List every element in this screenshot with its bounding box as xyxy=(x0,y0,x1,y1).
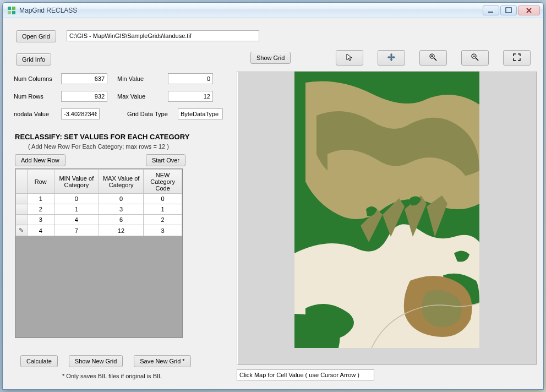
table-header-max: MAX Value of Category xyxy=(99,170,143,194)
app-icon xyxy=(7,6,16,15)
grid-data-type-label: Grid Data Type xyxy=(127,111,178,117)
edit-row-icon: ✎ xyxy=(16,225,28,236)
cell-code[interactable]: 0 xyxy=(144,194,182,204)
grid-data-type-field[interactable] xyxy=(178,108,223,119)
svg-rect-0 xyxy=(8,7,11,10)
nodata-field[interactable] xyxy=(61,108,100,119)
table-row[interactable]: 1 0 0 0 xyxy=(16,194,182,204)
table-header-row: Row xyxy=(27,170,54,194)
reclassify-heading: RECLASSIFY: SET VALUES FOR EACH CATEGORY xyxy=(15,133,224,141)
grid-info-button[interactable]: Grid Info xyxy=(16,53,51,66)
nodata-label: nodata Value xyxy=(14,111,61,117)
show-new-grid-button[interactable]: Show New Grid xyxy=(69,355,123,367)
svg-rect-5 xyxy=(506,8,511,13)
map-caption-field[interactable] xyxy=(237,369,374,380)
min-value-field[interactable] xyxy=(168,73,213,84)
table-header-min: MIN Value of Category xyxy=(54,170,99,194)
map-viewport[interactable] xyxy=(237,71,537,365)
cell-min[interactable]: 7 xyxy=(54,225,99,236)
row-header-icon xyxy=(16,204,28,215)
svg-rect-1 xyxy=(12,7,15,10)
show-grid-button[interactable]: Show Grid xyxy=(250,52,291,64)
svg-rect-2 xyxy=(8,11,11,14)
cursor-tool-button[interactable] xyxy=(336,50,363,66)
cell-min[interactable]: 1 xyxy=(54,204,99,215)
open-grid-button[interactable]: Open Grid xyxy=(16,30,56,42)
max-value-label: Max Value xyxy=(117,93,168,100)
maximize-button[interactable] xyxy=(500,6,517,15)
cell-max[interactable]: 0 xyxy=(99,194,143,204)
cell-max[interactable]: 6 xyxy=(99,215,143,225)
zoom-out-tool-button[interactable] xyxy=(461,50,489,66)
cell-row[interactable]: 2 xyxy=(27,204,54,215)
window-controls xyxy=(483,6,540,15)
zoom-out-icon xyxy=(471,53,479,63)
cell-row[interactable]: 4 xyxy=(27,225,54,236)
reclassify-subheading: ( Add New Row For Each Category; max row… xyxy=(15,143,224,150)
num-columns-field[interactable] xyxy=(61,73,107,84)
cell-code[interactable]: 2 xyxy=(144,215,182,225)
pan-tool-button[interactable] xyxy=(378,50,405,66)
client-area: Open Grid Grid Info Num Columns Min Valu… xyxy=(3,18,543,389)
save-footnote: * Only saves BIL files if original is BI… xyxy=(62,373,162,379)
bottom-button-row: Calculate Show New Grid Save New Grid * xyxy=(20,355,191,367)
table-header-blank xyxy=(16,170,28,194)
cell-code[interactable]: 1 xyxy=(144,204,182,215)
pan-icon xyxy=(387,53,396,63)
row-header-icon xyxy=(16,215,28,225)
full-extent-tool-button[interactable] xyxy=(503,50,531,66)
min-value-label: Min Value xyxy=(117,75,168,82)
cell-code[interactable]: 3 xyxy=(144,225,182,236)
save-new-grid-button[interactable]: Save New Grid * xyxy=(134,355,190,367)
table-row[interactable]: 2 1 3 1 xyxy=(16,204,182,215)
cell-row[interactable]: 3 xyxy=(27,215,54,225)
row-header-icon xyxy=(16,194,28,204)
start-over-button[interactable]: Start Over xyxy=(146,154,185,166)
grid-path-field[interactable] xyxy=(67,30,259,41)
titlebar: MapGrid RECLASS xyxy=(3,3,543,18)
num-rows-label: Num Rows xyxy=(14,93,61,100)
category-table[interactable]: Row MIN Value of Category MAX Value of C… xyxy=(15,168,183,338)
zoom-in-tool-button[interactable] xyxy=(419,50,447,66)
cell-max[interactable]: 12 xyxy=(99,225,143,236)
window-title: MapGrid RECLASS xyxy=(19,7,77,14)
minimize-button[interactable] xyxy=(483,6,499,15)
grid-info-panel: Num Columns Min Value Num Rows Max Value… xyxy=(14,73,233,126)
map-toolbar: Show Grid xyxy=(250,50,531,66)
zoom-in-icon xyxy=(429,53,438,63)
cell-min[interactable]: 4 xyxy=(54,215,99,225)
max-value-field[interactable] xyxy=(168,91,213,102)
app-window: MapGrid RECLASS Open Grid Grid Info Num … xyxy=(2,2,544,390)
svg-rect-3 xyxy=(12,11,15,14)
cell-min[interactable]: 0 xyxy=(54,194,99,204)
table-row[interactable]: 3 4 6 2 xyxy=(16,215,182,225)
calculate-button[interactable]: Calculate xyxy=(20,355,58,367)
landuse-map-image xyxy=(294,72,479,348)
svg-rect-4 xyxy=(488,12,493,13)
cell-max[interactable]: 3 xyxy=(99,204,143,215)
close-button[interactable] xyxy=(518,6,540,15)
cursor-icon xyxy=(345,53,354,63)
full-extent-icon xyxy=(512,53,521,63)
add-new-row-button[interactable]: Add New Row xyxy=(15,154,65,166)
cell-row[interactable]: 1 xyxy=(27,194,54,204)
table-row[interactable]: ✎ 4 7 12 3 xyxy=(16,225,182,236)
num-columns-label: Num Columns xyxy=(14,75,61,82)
num-rows-field[interactable] xyxy=(61,91,107,102)
table-header-code: NEW Category Code xyxy=(144,170,182,194)
